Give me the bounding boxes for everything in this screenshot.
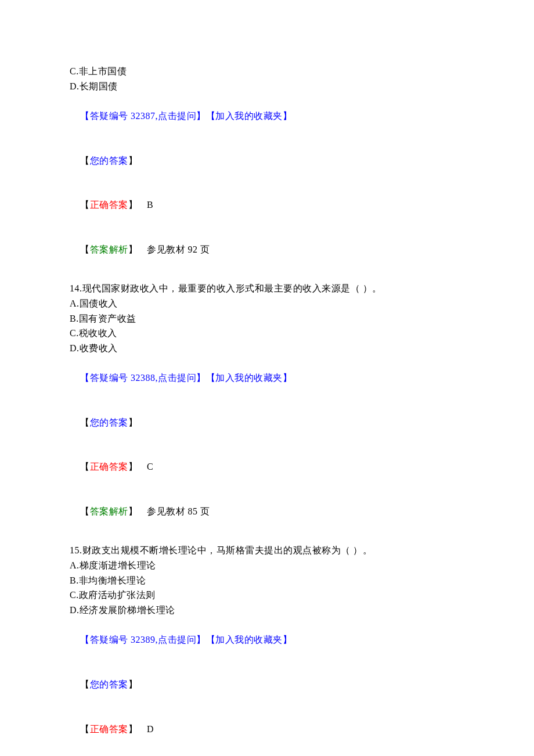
- q15-links: 【答疑编号 32389,点击提问】【加入我的收藏夹】: [70, 617, 464, 662]
- q13-correct-value: B: [138, 200, 153, 210]
- q15-correct-value: D: [138, 724, 154, 734]
- bracket-close: 】: [128, 156, 138, 165]
- q15-option-a: A.梯度渐进增长理论: [70, 558, 464, 573]
- q15-fav-link[interactable]: 【加入我的收藏夹】: [206, 635, 293, 645]
- q13-option-c: C.非上市国债: [70, 64, 464, 79]
- q13-your-answer: 【您的答案】: [70, 138, 464, 183]
- q15-option-d: D.经济发展阶梯增长理论: [70, 603, 464, 618]
- q15-correct-answer: 【正确答案】D: [70, 707, 464, 751]
- q15-ask-link[interactable]: 【答疑编号 32389,点击提问】: [80, 635, 206, 645]
- q13-links: 【答疑编号 32387,点击提问】【加入我的收藏夹】: [70, 93, 464, 138]
- q13-ask-link[interactable]: 【答疑编号 32387,点击提问】: [80, 111, 206, 121]
- q15-your-answer: 【您的答案】: [70, 662, 464, 707]
- q14-option-d: D.收费收入: [70, 341, 464, 356]
- bracket-open: 【: [80, 200, 90, 210]
- bracket-open: 【: [80, 462, 90, 471]
- q15-explain: 【答案解析】参见教材 77 页: [70, 751, 464, 756]
- q14-ask-link[interactable]: 【答疑编号 32388,点击提问】: [80, 373, 206, 383]
- bracket-close: 】: [128, 462, 138, 471]
- bracket-close: 】: [128, 417, 138, 427]
- q14-explain-text: 参见教材 85 页: [138, 506, 210, 516]
- q13-explain: 【答案解析】参见教材 92 页: [70, 228, 464, 272]
- q15-option-b: B.非均衡增长理论: [70, 573, 464, 588]
- q13-option-d: D.长期国债: [70, 79, 464, 94]
- correct-answer-label: 正确答案: [90, 200, 128, 210]
- q15-option-c: C.政府活动扩张法则: [70, 588, 464, 603]
- correct-answer-label: 正确答案: [90, 724, 128, 734]
- page-content: C.非上市国债 D.长期国债 【答疑编号 32387,点击提问】【加入我的收藏夹…: [0, 0, 534, 756]
- your-answer-label: 您的答案: [90, 417, 128, 427]
- q14-links: 【答疑编号 32388,点击提问】【加入我的收藏夹】: [70, 355, 464, 400]
- q14-correct-answer: 【正确答案】C: [70, 445, 464, 489]
- explain-label: 答案解析: [90, 244, 128, 254]
- q14-option-a: A.国债收入: [70, 296, 464, 311]
- q13-explain-text: 参见教材 92 页: [138, 244, 210, 254]
- bracket-open: 【: [80, 244, 90, 254]
- bracket-close: 】: [128, 506, 138, 516]
- q13-correct-answer: 【正确答案】B: [70, 183, 464, 228]
- q14-explain: 【答案解析】参见教材 85 页: [70, 489, 464, 534]
- bracket-close: 】: [128, 724, 138, 734]
- bracket-open: 【: [80, 156, 90, 165]
- bracket-close: 】: [128, 244, 138, 254]
- correct-answer-label: 正确答案: [90, 462, 128, 471]
- bracket-open: 【: [80, 506, 90, 516]
- q14-correct-value: C: [138, 462, 153, 471]
- your-answer-label: 您的答案: [90, 679, 128, 689]
- q14-option-c: C.税收收入: [70, 326, 464, 341]
- bracket-open: 【: [80, 679, 90, 689]
- q14-fav-link[interactable]: 【加入我的收藏夹】: [206, 373, 293, 383]
- bracket-close: 】: [128, 200, 138, 210]
- q14-your-answer: 【您的答案】: [70, 400, 464, 445]
- bracket-open: 【: [80, 724, 90, 734]
- q14-stem: 14.现代国家财政收入中，最重要的收入形式和最主要的收入来源是（ ）。: [70, 281, 464, 296]
- q13-fav-link[interactable]: 【加入我的收藏夹】: [206, 111, 293, 121]
- q15-stem: 15.财政支出规模不断增长理论中，马斯格雷夫提出的观点被称为（ ）。: [70, 543, 464, 558]
- explain-label: 答案解析: [90, 506, 128, 516]
- bracket-close: 】: [128, 679, 138, 689]
- bracket-open: 【: [80, 417, 90, 427]
- q14-option-b: B.国有资产收益: [70, 311, 464, 326]
- your-answer-label: 您的答案: [90, 156, 128, 165]
